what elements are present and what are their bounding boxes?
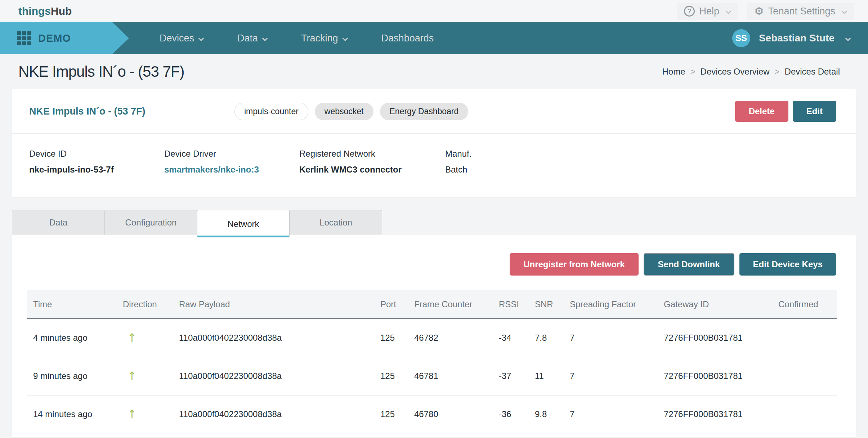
page-header: NKE Impuls IN´o - (53 7F) Home > Devices…: [0, 54, 868, 89]
breadcrumb-separator: >: [690, 67, 695, 77]
tab-configuration[interactable]: Configuration: [104, 210, 197, 235]
uplink-arrow-icon: ↑: [123, 331, 137, 345]
tag-websocket[interactable]: websocket: [315, 103, 373, 120]
field-device-driver: Device Driver smartmakers/nke-ino:3: [164, 149, 299, 175]
field-device-id: Device ID nke-impuls-ino-53-7f: [29, 149, 164, 175]
nav-item-data[interactable]: Data: [237, 33, 267, 44]
cell-spreading-factor: 7: [570, 395, 664, 433]
device-id-value: nke-impuls-ino-53-7f: [29, 165, 164, 175]
help-label: Help: [699, 6, 719, 17]
chevron-down-icon: [342, 35, 348, 41]
table-row: 9 minutes ago↑110a000f0402230008d38a1254…: [27, 357, 837, 395]
uplink-arrow-icon: ↑: [123, 369, 137, 383]
col-gateway-id: Gateway ID: [664, 290, 778, 319]
col-spreading-factor: Spreading Factor: [570, 290, 664, 319]
registered-network-value: Kerlink WMC3 connector: [299, 165, 445, 175]
col-raw-payload: Raw Payload: [179, 290, 380, 319]
tab-location[interactable]: Location: [290, 210, 382, 235]
chevron-down-icon: [726, 8, 731, 14]
delete-button[interactable]: Delete: [735, 101, 788, 122]
cell-port: 125: [380, 319, 414, 357]
user-name: Sebastian Stute: [759, 32, 835, 44]
tenant-name: DEMO: [38, 32, 71, 44]
network-table-body: 4 minutes ago↑110a000f0402230008d38a1254…: [27, 319, 837, 433]
cell-port: 125: [380, 395, 414, 433]
cell-confirmed: [778, 395, 837, 433]
tab-network[interactable]: Network: [197, 210, 290, 237]
cell-rssi: -34: [499, 319, 535, 357]
edit-button[interactable]: Edit: [793, 101, 836, 122]
cell-frame-counter: 46780: [414, 395, 499, 433]
cell-gateway-id: 7276FF000B031781: [664, 395, 778, 433]
cell-gateway-id: 7276FF000B031781: [664, 357, 778, 395]
cell-raw-payload: 110a000f0402230008d38a: [179, 395, 380, 433]
device-summary-card: NKE Impuls IN´o - (53 7F) impuls-counter…: [12, 89, 856, 197]
chevron-down-icon: [845, 35, 851, 41]
device-driver-link[interactable]: smartmakers/nke-ino:3: [164, 165, 299, 175]
network-actions: Unregister from Network Send Downlink Ed…: [12, 235, 856, 276]
device-tags: impuls-counter websocket Energy Dashboar…: [234, 103, 468, 120]
edit-device-keys-button[interactable]: Edit Device Keys: [739, 253, 836, 276]
uplink-arrow-icon: ↑: [123, 407, 137, 421]
col-rssi: RSSI: [499, 290, 535, 319]
breadcrumb-devices-overview[interactable]: Devices Overview: [701, 67, 770, 77]
col-confirmed: Confirmed: [778, 290, 837, 319]
breadcrumb: Home > Devices Overview > Devices Detail: [662, 67, 840, 77]
unregister-from-network-button[interactable]: Unregister from Network: [510, 253, 638, 276]
tag-energy-dashboard[interactable]: Energy Dashboard: [380, 103, 469, 120]
chevron-down-icon: [262, 35, 268, 41]
network-messages-table: Time Direction Raw Payload Port Frame Co…: [27, 290, 837, 433]
tenant-settings-label: Tenant Settings: [768, 6, 835, 17]
cell-raw-payload: 110a000f0402230008d38a: [179, 319, 380, 357]
app-logo[interactable]: thingsHub: [18, 5, 72, 17]
device-fields: Device ID nke-impuls-ino-53-7f Device Dr…: [12, 134, 856, 197]
send-downlink-button[interactable]: Send Downlink: [644, 253, 734, 276]
cell-spreading-factor: 7: [570, 319, 664, 357]
device-header-actions: Delete Edit: [735, 101, 836, 122]
network-messages-table-wrap: Time Direction Raw Payload Port Frame Co…: [27, 290, 836, 433]
main-navbar: DEMO Devices Data Tracking Dashboards SS…: [0, 22, 868, 54]
cell-time: 14 minutes ago: [27, 395, 123, 433]
cell-direction: ↑: [123, 357, 179, 395]
field-label: Device ID: [29, 149, 164, 159]
field-label: Manuf.: [445, 149, 580, 159]
logo-things: things: [18, 5, 51, 17]
chevron-down-icon: [198, 35, 204, 41]
device-detail-tabs: Data Configuration Network Location: [12, 210, 856, 235]
user-menu[interactable]: SS Sebastian Stute: [732, 29, 850, 47]
cell-gateway-id: 7276FF000B031781: [664, 319, 778, 357]
field-label: Device Driver: [164, 149, 299, 159]
nav-item-dashboards[interactable]: Dashboards: [381, 33, 434, 44]
breadcrumb-home[interactable]: Home: [662, 67, 685, 77]
cell-snr: 7.8: [535, 319, 570, 357]
apps-grid-icon: [17, 31, 31, 45]
col-direction: Direction: [123, 290, 179, 319]
cell-direction: ↑: [123, 319, 179, 357]
tab-data[interactable]: Data: [12, 210, 104, 235]
avatar: SS: [732, 29, 750, 47]
cell-frame-counter: 46781: [414, 357, 499, 395]
manuf-value: Batch: [445, 165, 580, 175]
nav-item-devices[interactable]: Devices: [160, 33, 203, 44]
breadcrumb-separator: >: [775, 67, 780, 77]
cell-time: 4 minutes ago: [27, 319, 123, 357]
help-icon: ?: [684, 6, 695, 17]
topbar-right: ? Help ⚙ Tenant Settings: [677, 3, 854, 20]
cell-confirmed: [778, 319, 837, 357]
breadcrumb-devices-detail: Devices Detail: [785, 67, 840, 77]
tenant-switcher[interactable]: DEMO: [0, 22, 129, 54]
tenant-settings-menu[interactable]: ⚙ Tenant Settings: [747, 3, 854, 20]
cell-rssi: -36: [499, 395, 535, 433]
gear-icon: ⚙: [754, 6, 764, 17]
nav-item-label: Data: [237, 33, 258, 44]
cell-snr: 11: [535, 357, 570, 395]
page-title: NKE Impuls IN´o - (53 7F): [18, 63, 184, 80]
table-row: 14 minutes ago↑110a000f0402230008d38a125…: [27, 395, 837, 433]
nav-item-tracking[interactable]: Tracking: [301, 33, 347, 44]
field-manuf: Manuf. Batch: [445, 149, 580, 175]
tag-impuls-counter[interactable]: impuls-counter: [234, 103, 308, 120]
table-row: 4 minutes ago↑110a000f0402230008d38a1254…: [27, 319, 837, 357]
col-snr: SNR: [535, 290, 570, 319]
help-menu[interactable]: ? Help: [677, 3, 738, 20]
device-card-header: NKE Impuls IN´o - (53 7F) impuls-counter…: [12, 89, 856, 134]
